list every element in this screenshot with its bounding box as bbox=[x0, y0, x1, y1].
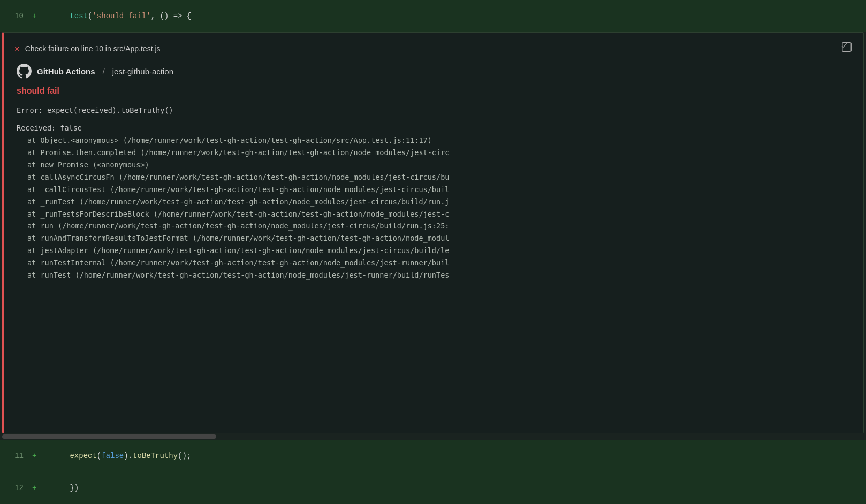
line-number-12: 12 bbox=[0, 484, 32, 492]
stack-line: at Object.<anonymous> (/home/runner/work… bbox=[17, 134, 853, 147]
repo-label: jest-github-action bbox=[112, 67, 173, 76]
stack-line: at Promise.then.completed (/home/runner/… bbox=[17, 147, 853, 159]
code-content-12: }) bbox=[43, 475, 79, 501]
line-number-11: 11 bbox=[0, 452, 32, 460]
stack-line: at run (/home/runner/work/test-gh-action… bbox=[17, 220, 853, 232]
stack-line: at runTestInternal (/home/runner/work/te… bbox=[17, 257, 853, 269]
scroll-thumb[interactable] bbox=[2, 434, 216, 439]
stack-line: at _runTest (/home/runner/work/test-gh-a… bbox=[17, 196, 853, 208]
editor-container: 10 + test('should fail', () => { ✕ Check… bbox=[0, 0, 866, 504]
code-line-12: 12 + }) bbox=[0, 472, 866, 504]
svg-rect-0 bbox=[842, 43, 852, 52]
github-actions-label: GitHub Actions bbox=[37, 67, 95, 76]
review-icon bbox=[841, 41, 853, 53]
stack-line: at callAsyncCircusFn (/home/runner/work/… bbox=[17, 171, 853, 184]
error-block: Error: expect(received).toBeTruthy() Rec… bbox=[14, 104, 853, 281]
test-name: should fail bbox=[14, 86, 853, 96]
stack-trace: at Object.<anonymous> (/home/runner/work… bbox=[17, 134, 853, 281]
stack-line: at jestAdapter (/home/runner/work/test-g… bbox=[17, 245, 853, 257]
line-indicator-10: + bbox=[32, 12, 43, 20]
stack-line: at runAndTransformResultsToJestFormat (/… bbox=[17, 232, 853, 245]
line-indicator-11: + bbox=[32, 452, 43, 460]
popup-header-left: ✕ Check failure on line 10 in src/App.te… bbox=[14, 43, 161, 54]
stack-line: at _callCircusTest (/home/runner/work/te… bbox=[17, 184, 853, 196]
github-actions-row: GitHub Actions / jest-github-action bbox=[14, 64, 853, 79]
error-popup: ✕ Check failure on line 10 in src/App.te… bbox=[2, 32, 864, 433]
received-line: Received: false bbox=[17, 122, 853, 134]
code-line-11: 11 + expect(false).toBeTruthy(); bbox=[0, 440, 866, 472]
code-content-10: test('should fail', () => { bbox=[43, 3, 191, 29]
separator: / bbox=[103, 67, 105, 76]
code-content-11: expect(false).toBeTruthy(); bbox=[43, 443, 191, 469]
close-button[interactable]: ✕ bbox=[14, 43, 20, 54]
stack-line: at runTest (/home/runner/work/test-gh-ac… bbox=[17, 269, 853, 281]
code-line-10: 10 + test('should fail', () => { bbox=[0, 0, 866, 32]
error-spacer bbox=[17, 117, 853, 122]
github-logo-icon bbox=[17, 64, 32, 79]
failure-title: Check failure on line 10 in src/App.test… bbox=[25, 44, 161, 53]
line-indicator-12: + bbox=[32, 484, 43, 492]
stack-line: at new Promise (<anonymous>) bbox=[17, 159, 853, 171]
popup-header: ✕ Check failure on line 10 in src/App.te… bbox=[14, 41, 853, 56]
error-line-1: Error: expect(received).toBeTruthy() bbox=[17, 104, 853, 117]
stack-line: at _runTestsForDescribeBlock (/home/runn… bbox=[17, 208, 853, 220]
review-icon-button[interactable] bbox=[841, 41, 853, 56]
line-number-10: 10 bbox=[0, 12, 32, 20]
horizontal-scrollbar[interactable] bbox=[0, 433, 866, 440]
